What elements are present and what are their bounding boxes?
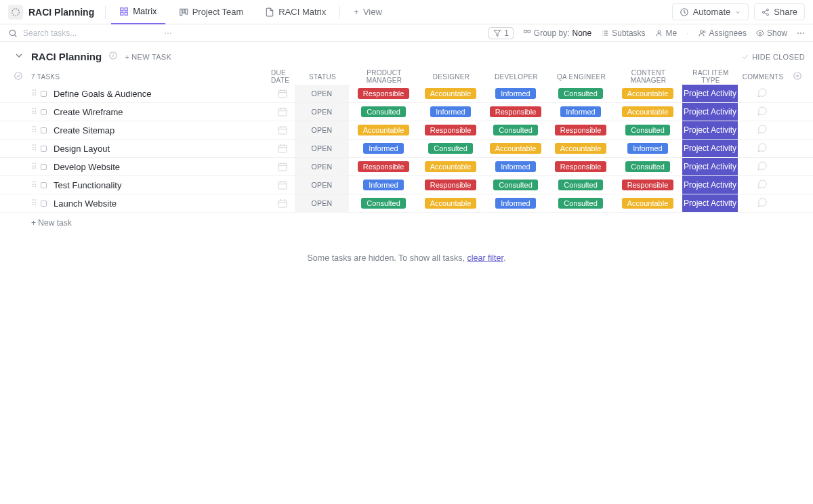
comments-cell[interactable] <box>738 161 787 173</box>
pm-cell[interactable]: Responsible <box>349 161 418 172</box>
task-name[interactable]: Define Goals & Audience <box>54 89 270 99</box>
comments-cell[interactable] <box>738 179 787 192</box>
subtasks-button[interactable]: Subtasks <box>601 28 645 38</box>
status-cell[interactable]: OPEN <box>295 121 349 139</box>
developer-cell[interactable]: Consulted <box>483 125 548 135</box>
task-name[interactable]: Create Sitemap <box>54 125 270 135</box>
task-row[interactable]: ⠿ Test Functionality OPEN Informed Respo… <box>0 176 813 194</box>
task-row[interactable]: ⠿ Create Sitemap OPEN Accountable Respon… <box>0 121 813 140</box>
qa-cell[interactable]: Consulted <box>548 198 613 209</box>
filter-button[interactable]: 1 <box>488 27 514 39</box>
tab-matrix[interactable]: Matrix <box>111 0 165 24</box>
qa-cell[interactable]: Consulted <box>548 88 613 99</box>
qa-cell[interactable]: Responsible <box>548 125 613 135</box>
status-cell[interactable]: OPEN <box>295 140 349 157</box>
tab-raci-matrix[interactable]: RACI Matrix <box>257 0 334 24</box>
task-name[interactable]: Create Wireframe <box>54 107 270 117</box>
comments-cell[interactable] <box>738 142 787 155</box>
drag-handle-icon[interactable]: ⠿ <box>31 162 41 171</box>
task-status-dot[interactable] <box>41 164 47 170</box>
qa-cell[interactable]: Responsible <box>548 161 613 172</box>
task-status-dot[interactable] <box>41 146 47 152</box>
type-cell[interactable]: Project Activity <box>682 194 738 212</box>
designer-cell[interactable]: Accountable <box>418 198 483 209</box>
task-name[interactable]: Test Functionality <box>54 180 270 190</box>
type-cell[interactable]: Project Activity <box>682 140 738 157</box>
comments-cell[interactable] <box>738 87 787 100</box>
col-designer[interactable]: DESIGNER <box>419 73 484 81</box>
col-raci-type[interactable]: RACI ITEM TYPE <box>683 69 738 84</box>
add-view-button[interactable]: + View <box>346 0 390 24</box>
status-cell[interactable]: OPEN <box>295 176 349 194</box>
due-date-cell[interactable] <box>270 143 295 154</box>
due-date-cell[interactable] <box>270 198 295 209</box>
due-date-cell[interactable] <box>270 88 295 99</box>
task-row[interactable]: ⠿ Launch Website OPEN Consulted Accounta… <box>0 194 813 213</box>
task-status-dot[interactable] <box>41 109 47 115</box>
search-input[interactable] <box>23 28 159 38</box>
more-icon[interactable]: ⋯ <box>797 28 805 38</box>
cm-cell[interactable]: Consulted <box>613 161 682 172</box>
task-status-dot[interactable] <box>41 182 47 188</box>
designer-cell[interactable]: Responsible <box>418 180 483 190</box>
col-status[interactable]: STATUS <box>295 73 350 81</box>
developer-cell[interactable]: Informed <box>483 88 548 99</box>
drag-handle-icon[interactable]: ⠿ <box>31 125 41 135</box>
assignees-button[interactable]: Assignees <box>699 28 747 38</box>
drag-handle-icon[interactable]: ⠿ <box>31 107 41 117</box>
cm-cell[interactable]: Accountable <box>613 106 682 117</box>
info-button[interactable] <box>108 51 118 62</box>
task-name[interactable]: Design Layout <box>54 144 270 154</box>
developer-cell[interactable]: Informed <box>483 198 548 209</box>
type-cell[interactable]: Project Activity <box>682 158 738 175</box>
me-button[interactable]: Me <box>655 28 678 38</box>
designer-cell[interactable]: Consulted <box>418 143 483 154</box>
status-cell[interactable]: OPEN <box>295 85 349 102</box>
status-cell[interactable]: OPEN <box>295 103 349 121</box>
tab-project-team[interactable]: Project Team <box>171 0 252 24</box>
cm-cell[interactable]: Responsible <box>613 180 682 190</box>
new-task-button[interactable]: + NEW TASK <box>125 53 171 61</box>
type-cell[interactable]: Project Activity <box>682 103 738 121</box>
automate-button[interactable]: Automate <box>672 3 749 20</box>
type-cell[interactable]: Project Activity <box>682 85 738 102</box>
qa-cell[interactable]: Accountable <box>548 143 613 154</box>
list-icon[interactable] <box>8 5 23 20</box>
task-name[interactable]: Launch Website <box>54 198 270 209</box>
new-task-row[interactable]: + New task <box>0 213 813 233</box>
status-cell[interactable]: OPEN <box>295 158 349 175</box>
select-all-checkbox[interactable] <box>14 71 31 82</box>
cm-cell[interactable]: Consulted <box>613 125 682 135</box>
developer-cell[interactable]: Consulted <box>483 180 548 190</box>
task-status-dot[interactable] <box>41 91 47 97</box>
task-row[interactable]: ⠿ Design Layout OPEN Informed Consulted … <box>0 140 813 158</box>
col-due-date[interactable]: DUE DATE <box>271 69 295 84</box>
designer-cell[interactable]: Responsible <box>418 125 483 135</box>
more-icon[interactable]: ⋯ <box>164 28 172 38</box>
clear-filter-link[interactable]: clear filter <box>467 253 504 263</box>
task-row[interactable]: ⠿ Create Wireframe OPEN Consulted Inform… <box>0 103 813 121</box>
developer-cell[interactable]: Responsible <box>483 106 548 117</box>
status-cell[interactable]: OPEN <box>295 194 349 212</box>
drag-handle-icon[interactable]: ⠿ <box>31 198 41 208</box>
pm-cell[interactable]: Consulted <box>349 198 418 209</box>
col-qa-engineer[interactable]: QA ENGINEER <box>549 73 614 81</box>
group-by-button[interactable]: Group by: None <box>523 28 591 38</box>
pm-cell[interactable]: Informed <box>349 180 418 190</box>
drag-handle-icon[interactable]: ⠿ <box>31 180 41 190</box>
add-column-button[interactable] <box>787 71 808 82</box>
share-button[interactable]: Share <box>754 3 805 20</box>
comments-cell[interactable] <box>738 197 787 210</box>
developer-cell[interactable]: Accountable <box>483 143 548 154</box>
task-row[interactable]: ⠿ Define Goals & Audience OPEN Responsib… <box>0 85 813 103</box>
cm-cell[interactable]: Accountable <box>613 88 682 99</box>
designer-cell[interactable]: Accountable <box>418 161 483 172</box>
due-date-cell[interactable] <box>270 106 295 117</box>
developer-cell[interactable]: Informed <box>483 161 548 172</box>
col-comments[interactable]: COMMENTS <box>738 73 787 81</box>
due-date-cell[interactable] <box>270 161 295 172</box>
list-title[interactable]: RACI Planning <box>28 7 94 18</box>
drag-handle-icon[interactable]: ⠿ <box>31 89 41 98</box>
due-date-cell[interactable] <box>270 180 295 190</box>
pm-cell[interactable]: Informed <box>349 143 418 154</box>
